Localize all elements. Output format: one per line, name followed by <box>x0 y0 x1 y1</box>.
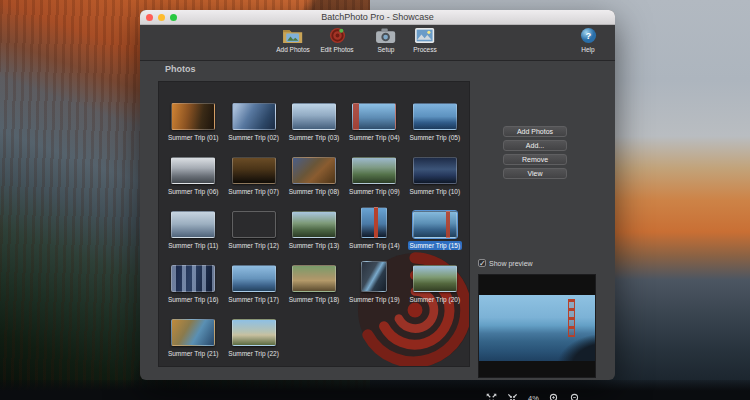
photo-thumbnail <box>413 157 457 184</box>
close-button[interactable] <box>146 14 153 21</box>
photos-header: Photos <box>165 64 196 74</box>
fit-to-window-icon[interactable] <box>486 393 497 400</box>
photo-item[interactable]: Summer Trip (10) <box>405 142 465 196</box>
toolbar-edit-photos[interactable]: Edit Photos <box>311 27 363 53</box>
golden-gate-tower <box>568 299 575 337</box>
view-button[interactable]: View <box>503 168 567 179</box>
photo-label: Summer Trip (06) <box>166 187 221 196</box>
photo-item[interactable]: Summer Trip (16) <box>163 250 223 304</box>
photo-item[interactable]: Summer Trip (03) <box>284 88 344 142</box>
photo-item[interactable]: Summer Trip (17) <box>223 250 283 304</box>
photo-label: Summer Trip (03) <box>287 133 342 142</box>
photo-thumbnail <box>232 103 276 130</box>
toolbar-label: Edit Photos <box>311 46 363 53</box>
traffic-lights <box>146 14 177 21</box>
wallpaper-dark-rock-bottom <box>0 380 750 400</box>
photo-item[interactable]: Summer Trip (21) <box>163 304 223 358</box>
photo-grid: Summer Trip (01) Summer Trip (02) Summer… <box>159 82 469 364</box>
photo-item[interactable]: Summer Trip (22) <box>223 304 283 358</box>
photo-thumbnail <box>171 319 215 346</box>
photo-label: Summer Trip (11) <box>166 241 220 250</box>
screen: BatchPhoto Pro - Showcase Add Photos Edi… <box>0 0 750 400</box>
photo-label: Summer Trip (20) <box>408 295 463 304</box>
add-button[interactable]: Add... <box>503 140 567 151</box>
photo-thumbnail <box>232 265 276 292</box>
photo-item[interactable]: Summer Trip (06) <box>163 142 223 196</box>
photo-thumbnail <box>413 265 457 292</box>
zoom-level-label[interactable]: 4% <box>528 394 539 400</box>
photo-thumbnail <box>413 211 457 238</box>
photo-item[interactable]: Summer Trip (13) <box>284 196 344 250</box>
photo-item[interactable]: Summer Trip (15) <box>405 196 465 250</box>
actual-size-icon[interactable] <box>507 393 518 400</box>
edit-photos-icon <box>311 27 363 45</box>
photo-thumbnail <box>292 211 336 238</box>
checkbox-check-icon: ✓ <box>478 259 486 267</box>
window-title: BatchPhoto Pro - Showcase <box>321 12 434 22</box>
preview-controls: 4% <box>486 391 598 400</box>
photo-label: Summer Trip (09) <box>347 187 402 196</box>
zoom-in-icon[interactable] <box>549 393 560 400</box>
photo-item[interactable]: Summer Trip (09) <box>344 142 404 196</box>
photo-thumbnail <box>292 157 336 184</box>
photos-panel: Summer Trip (01) Summer Trip (02) Summer… <box>158 81 470 367</box>
preview-pane <box>478 274 596 378</box>
zoom-button[interactable] <box>170 14 177 21</box>
show-preview-checkbox[interactable]: ✓ Show preview <box>478 259 533 267</box>
photo-thumbnail <box>232 211 276 238</box>
photo-thumbnail <box>292 265 336 292</box>
process-icon <box>399 27 451 45</box>
show-preview-label: Show preview <box>489 260 533 267</box>
window-content: Photos Summer Trip (01) Summer Trip (02)… <box>140 61 615 379</box>
toolbar-label: Help <box>562 46 614 53</box>
photo-item[interactable]: Summer Trip (19) <box>344 250 404 304</box>
photo-item[interactable]: Summer Trip (07) <box>223 142 283 196</box>
toolbar-label: Process <box>399 46 451 53</box>
photo-label: Summer Trip (15) <box>408 241 463 250</box>
photo-label: Summer Trip (12) <box>226 241 281 250</box>
photo-item[interactable]: Summer Trip (02) <box>223 88 283 142</box>
add-photos-button[interactable]: Add Photos <box>503 126 567 137</box>
photo-item[interactable]: Summer Trip (18) <box>284 250 344 304</box>
toolbar-help[interactable]: ? Help <box>562 27 614 53</box>
photo-label: Summer Trip (02) <box>226 133 281 142</box>
photo-thumbnail <box>292 103 336 130</box>
photo-thumbnail <box>171 265 215 292</box>
photo-label: Summer Trip (16) <box>166 295 221 304</box>
photo-item[interactable]: Summer Trip (20) <box>405 250 465 304</box>
photo-thumbnail <box>171 157 215 184</box>
app-window: BatchPhoto Pro - Showcase Add Photos Edi… <box>140 10 615 380</box>
photo-label: Summer Trip (18) <box>287 295 342 304</box>
svg-text:?: ? <box>585 30 591 41</box>
minimize-button[interactable] <box>158 14 165 21</box>
remove-button[interactable]: Remove <box>503 154 567 165</box>
photo-item[interactable]: Summer Trip (04) <box>344 88 404 142</box>
photo-thumbnail <box>171 103 215 130</box>
photo-label: Summer Trip (05) <box>408 133 463 142</box>
photo-label: Summer Trip (13) <box>287 241 342 250</box>
photo-thumbnail <box>232 319 276 346</box>
photo-item[interactable]: Summer Trip (08) <box>284 142 344 196</box>
photo-thumbnail <box>413 103 457 130</box>
toolbar: Add Photos Edit Photos Setup Process <box>140 25 615 61</box>
photo-label: Summer Trip (04) <box>347 133 402 142</box>
photo-thumbnail <box>171 211 215 238</box>
photo-label: Summer Trip (19) <box>347 295 402 304</box>
photo-item[interactable]: Summer Trip (12) <box>223 196 283 250</box>
photo-label: Summer Trip (08) <box>287 187 342 196</box>
photo-item[interactable]: Summer Trip (05) <box>405 88 465 142</box>
photo-thumbnail <box>352 157 396 184</box>
photo-thumbnail <box>352 103 396 130</box>
zoom-out-icon[interactable] <box>570 393 581 400</box>
photo-thumbnail <box>232 157 276 184</box>
help-icon: ? <box>562 27 614 45</box>
photo-item[interactable]: Summer Trip (11) <box>163 196 223 250</box>
photo-label: Summer Trip (21) <box>166 349 221 358</box>
titlebar[interactable]: BatchPhoto Pro - Showcase <box>140 10 615 25</box>
photo-label: Summer Trip (22) <box>226 349 281 358</box>
photo-label: Summer Trip (01) <box>166 133 221 142</box>
photo-item[interactable]: Summer Trip (01) <box>163 88 223 142</box>
photo-item[interactable]: Summer Trip (14) <box>344 196 404 250</box>
photo-label: Summer Trip (07) <box>226 187 281 196</box>
toolbar-process[interactable]: Process <box>399 27 451 53</box>
